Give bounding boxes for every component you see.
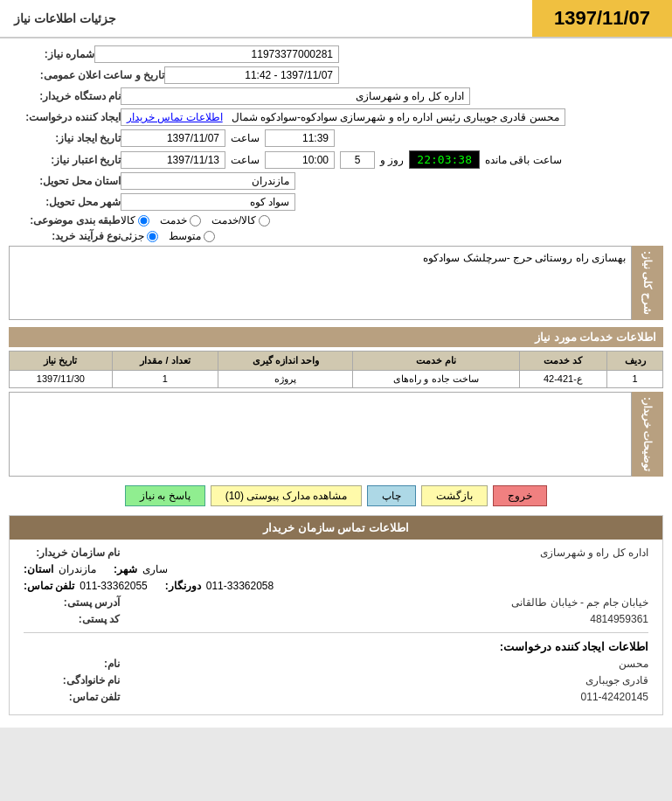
- tarikh-etebar-label: تاریخ اعتبار نیاز:: [16, 154, 121, 166]
- contact-doornegar-value: 011-33362058: [206, 580, 274, 592]
- tarikh-etebar-date: 1397/11/13: [121, 151, 225, 169]
- shomara-value: 11973377000281: [94, 45, 339, 63]
- contact-ostan-row: ساری شهر: مازندران استان:: [24, 563, 648, 575]
- timer-value: 22:03:38: [409, 150, 480, 169]
- ostan-label: استان محل تحویل:: [16, 175, 121, 187]
- contact-telefon-row: 011-33362058 دورنگار: 011-33362055 تلفن …: [24, 580, 648, 592]
- tozih-label: توضیحات خریدار:: [632, 392, 663, 477]
- khadamat-table: ردیف کد خدمت نام خدمت واحد اندازه گیری ت…: [9, 351, 663, 388]
- moshahed-button[interactable]: مشاهده مدارک پیوستی (10): [211, 485, 362, 506]
- tarikh-ijad-label: تاریخ ایجاد نیاز:: [16, 132, 121, 144]
- cell-kod: ع-421-42: [519, 370, 606, 387]
- radio-khedmat[interactable]: خدمت: [160, 214, 201, 226]
- tabaqe-row: کالا/خدمت خدمت کالا طبقه بندی موضوعی:: [9, 214, 663, 226]
- shomara-label: شماره نیاز:: [16, 48, 94, 60]
- nooe-farayand-label: نوع فرآیند خرید:: [16, 230, 121, 242]
- col-nam: نام خدمت: [353, 351, 520, 370]
- contact-kodpost-value: 4814959361: [120, 613, 648, 625]
- radio-jozi[interactable]: جزئی: [121, 230, 158, 242]
- namdastgah-value: اداره کل راه و شهرسازی: [121, 87, 470, 105]
- shahr-label: شهر محل تحویل:: [16, 196, 121, 208]
- contact-body: اداره کل راه و شهرسازی نام سازمان خریدار…: [10, 540, 662, 714]
- contact-namkhanevadegi-value: قادری جویباری: [120, 674, 648, 686]
- saat-baqi-label: ساعت باقی مانده: [485, 154, 562, 166]
- contact-doornegar-label: دورنگار:: [165, 580, 201, 592]
- tarikh-etebar-row: ساعت باقی مانده 22:03:38 روز و 5 10:00 س…: [9, 150, 663, 169]
- tozih-container: توضیحات خریدار:: [9, 392, 663, 477]
- contact-nam-sazman-label: نام سازمان خریدار:: [32, 547, 120, 559]
- tarikh-label: تاریخ و ساعت اعلان عمومی:: [16, 69, 164, 81]
- contact-nam-row: محسن نام:: [24, 658, 648, 670]
- tabaqe-label: طبقه بندی موضوعی:: [16, 214, 121, 226]
- contact-telefon-label: تلفن تماس:: [24, 580, 74, 592]
- tarikh-etebar-time-label: ساعت: [231, 154, 260, 166]
- roz-value: 5: [340, 151, 375, 169]
- radio-kala[interactable]: کالا: [121, 214, 149, 226]
- contact-section: اطلاعات تماس سازمان خریدار اداره کل راه …: [9, 515, 663, 715]
- tarikh-etebar-time: 10:00: [265, 151, 335, 169]
- tarikh-row: 1397/11/07 - 11:42 تاریخ و ساعت اعلان عم…: [9, 66, 663, 84]
- contact-ostan-value: مازندران: [59, 563, 96, 575]
- cell-vahed: پروژه: [218, 370, 353, 387]
- ijad-value: محسن قادری جویباری رئیس اداره راه و شهرس…: [121, 108, 565, 126]
- chap-button[interactable]: چاپ: [367, 485, 416, 506]
- radio-motavasset[interactable]: متوسط: [169, 230, 215, 242]
- contact-telefon2-row: 011-42420145 تلفن تماس:: [24, 691, 648, 703]
- col-kod: کد خدمت: [519, 351, 606, 370]
- khadamat-header: اطلاعات خدمات مورد نیاز: [9, 327, 663, 347]
- page-title: جزئیات اطلاعات نیاز: [0, 4, 532, 32]
- cell-tedad: 1: [112, 370, 218, 387]
- contact-nam-value: محسن: [120, 658, 648, 670]
- col-radif: ردیف: [607, 351, 663, 370]
- contact-nam-sazman-value: اداره کل راه و شهرسازی: [120, 547, 648, 559]
- contact-shahr-label: شهر:: [114, 563, 137, 575]
- ostan-row: مازندران استان محل تحویل:: [9, 172, 663, 190]
- requester-section-label: اطلاعات ایجاد کننده درخواست:: [24, 640, 648, 653]
- col-tedad: تعداد / مقدار: [112, 351, 218, 370]
- tarikh-ijad-time: 11:39: [265, 129, 335, 147]
- contact-ostan-label: استان:: [24, 563, 53, 575]
- ijad-row: محسن قادری جویباری رئیس اداره راه و شهرس…: [9, 108, 663, 126]
- contact-nam-sazman-row: اداره کل راه و شهرسازی نام سازمان خریدار…: [24, 547, 648, 559]
- radio-kala-khedmat[interactable]: کالا/خدمت: [211, 214, 270, 226]
- contact-shahr-value: ساری: [142, 563, 168, 575]
- tarikh-ijad-row: 11:39 ساعت 1397/11/07 تاریخ ایجاد نیاز:: [9, 129, 663, 147]
- col-vahed: واحد اندازه گیری: [218, 351, 353, 370]
- khoroj-button[interactable]: خروج: [493, 485, 547, 506]
- tarikh-ijad-date: 1397/11/07: [121, 129, 225, 147]
- page-header: 1397/11/07 جزئیات اطلاعات نیاز: [0, 0, 672, 38]
- tozih-box: [9, 392, 632, 477]
- col-tarikh: تاریخ نیاز: [10, 351, 113, 370]
- contact-link[interactable]: اطلاعات تماس خریدار: [127, 111, 223, 123]
- shahr-row: سواد کوه شهر محل تحویل:: [9, 193, 663, 211]
- contact-namkhanevadegi-row: قادری جویباری نام خانوادگی:: [24, 674, 648, 686]
- namdastgah-row: اداره کل راه و شهرسازی نام دستگاه خریدار…: [9, 87, 663, 105]
- sharh-container: شرح کلی نیاز: بهسازی راه روستائی حرج -سر…: [9, 246, 663, 320]
- contact-header: اطلاعات تماس سازمان خریدار: [10, 516, 662, 540]
- tarikh-value: 1397/11/07 - 11:42: [164, 66, 339, 84]
- bazgasht-button[interactable]: بازگشت: [421, 485, 488, 506]
- namdastgah-label: نام دستگاه خریدار:: [16, 90, 121, 102]
- contact-nam-label: نام:: [32, 658, 120, 670]
- pasokh-button[interactable]: پاسخ به نیاز: [125, 485, 205, 506]
- ostan-value: مازندران: [121, 172, 295, 190]
- contact-kodpost-row: 4814959361 کد پستی:: [24, 613, 648, 625]
- main-content: 11973377000281 شماره نیاز: 1397/11/07 - …: [0, 38, 672, 728]
- shahr-value: سواد کوه: [121, 193, 295, 211]
- nooe-row: متوسط جزئی نوع فرآیند خرید:: [9, 230, 663, 242]
- contact-telefon2-value: 011-42420145: [120, 691, 648, 703]
- contact-namkhanevadegi-label: نام خانوادگی:: [32, 674, 120, 686]
- header-date: 1397/11/07: [532, 0, 672, 37]
- requester-section-header-row: اطلاعات ایجاد کننده درخواست:: [24, 640, 648, 653]
- roz-label: روز و: [380, 154, 404, 166]
- contact-telefon-value: 011-33362055: [80, 580, 147, 592]
- contact-kodpost-label: کد پستی:: [32, 613, 120, 625]
- sharh-box: بهسازی راه روستائی حرج -سرچلشک سوادکوه: [9, 246, 632, 320]
- contact-address-value: خیابان جام جم - خیابان طالقانی: [120, 596, 648, 609]
- shomara-row: 11973377000281 شماره نیاز:: [9, 45, 663, 63]
- contact-address-label: آدرس پستی:: [32, 596, 120, 609]
- contact-address-row: خیابان جام جم - خیابان طالقانی آدرس پستی…: [24, 596, 648, 609]
- buttons-row: پاسخ به نیاز مشاهده مدارک پیوستی (10) چا…: [9, 485, 663, 506]
- ijad-label: ایجاد کننده درخواست:: [16, 111, 121, 123]
- contact-telefon2-label: تلفن تماس:: [32, 691, 120, 703]
